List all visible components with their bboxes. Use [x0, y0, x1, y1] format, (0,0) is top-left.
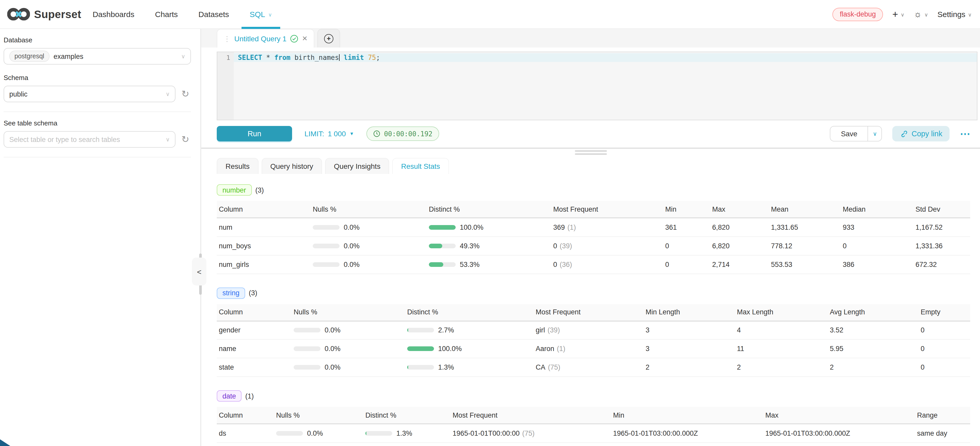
value-cell: 0: [916, 358, 970, 377]
percentage-value: 53.3%: [460, 260, 480, 268]
new-query-tab-button[interactable]: +: [317, 29, 340, 48]
navbar: Superset DashboardsChartsDatasetsSQL∨ fl…: [0, 0, 980, 29]
most-frequent-cell: 0(36): [549, 255, 661, 274]
table-row: num_boys0.0%49.3%0(39)06,820778.1201,331…: [217, 236, 970, 255]
value-cell: 0: [838, 236, 912, 255]
stats-section: string (3) ColumnNulls %Distinct %Most F…: [217, 287, 970, 377]
query-tab[interactable]: ⋮ Untitled Query 1 ✕: [217, 29, 314, 48]
limit-dropdown[interactable]: LIMIT: 1 000 ▼: [304, 129, 354, 138]
most-frequent-cell: CA(75): [531, 358, 641, 377]
tab-results[interactable]: Results: [217, 158, 258, 174]
tab-query-history[interactable]: Query history: [261, 158, 322, 174]
limit-label: LIMIT:: [304, 129, 324, 138]
value-cell: 553.53: [767, 255, 838, 274]
value-cell: 933: [838, 218, 912, 236]
result-tabs: ResultsQuery historyQuery InsightsResult…: [217, 158, 980, 174]
drag-handle-icon[interactable]: ⋮: [223, 34, 231, 43]
nav-item-sql[interactable]: SQL∨: [250, 0, 272, 29]
value-cell: 386: [838, 255, 912, 274]
save-button[interactable]: Save: [830, 126, 868, 141]
line-number: 1: [217, 53, 234, 62]
most-frequent-count: (39): [560, 242, 572, 250]
percentage-value: 0.0%: [325, 327, 340, 334]
progress-fill: [429, 225, 456, 230]
percentage-cell: 0.0%: [309, 236, 425, 255]
most-frequent-count: (39): [547, 327, 560, 334]
column-header: Distinct %: [361, 407, 449, 424]
close-tab-icon[interactable]: ✕: [302, 35, 307, 42]
stats-table: ColumnNulls %Distinct %Most FrequentMinM…: [217, 201, 970, 274]
settings-menu[interactable]: Settings ∨: [937, 10, 972, 19]
refresh-tables-icon[interactable]: ↻: [180, 134, 191, 145]
more-options-icon[interactable]: ⋯: [960, 129, 970, 139]
percentage-cell: 0.0%: [309, 218, 425, 236]
editor-code-area[interactable]: SELECT * from birth_names limit 75;: [234, 52, 977, 120]
percentage-value: 2.7%: [438, 327, 454, 334]
column-header: Max: [708, 201, 767, 218]
column-header: Nulls %: [309, 201, 425, 218]
percentage-cell: 1.3%: [403, 358, 531, 377]
collapse-sidebar-button[interactable]: <: [192, 258, 207, 285]
plus-icon: +: [892, 9, 898, 19]
run-query-button[interactable]: Run: [217, 126, 292, 142]
schema-value: public: [9, 90, 28, 98]
type-badge-string: string: [217, 287, 245, 299]
nav-item-charts[interactable]: Charts: [155, 0, 178, 29]
column-header: Max: [761, 407, 913, 424]
query-tab-title: Untitled Query 1: [234, 34, 286, 43]
column-header: Nulls %: [272, 407, 361, 424]
nav-item-dashboards[interactable]: Dashboards: [92, 0, 134, 29]
sql-editor[interactable]: 1 SELECT * from birth_names limit 75;: [217, 52, 977, 120]
superset-logo[interactable]: Superset: [7, 7, 81, 21]
sqllab-sidebar: Database postgresql examples ∨ Schema pu…: [0, 29, 201, 446]
chevron-down-icon: ∨: [268, 12, 272, 18]
most-frequent-cell: Aaron(1): [531, 339, 641, 358]
percentage-value: 49.3%: [460, 242, 480, 250]
most-frequent-value: girl: [536, 327, 545, 334]
resize-grip[interactable]: [201, 150, 980, 155]
percentage-value: 0.0%: [325, 363, 340, 371]
progress-bar: 100.0%: [429, 223, 484, 231]
table-select[interactable]: Select table or type to search tables ∨: [3, 131, 175, 148]
link-icon: [900, 130, 907, 138]
table-header-row: ColumnNulls %Distinct %Most FrequentMin …: [217, 304, 970, 321]
most-frequent-cell: 0(39): [549, 236, 661, 255]
progress-track: [313, 262, 340, 267]
query-tab-bar: ⋮ Untitled Query 1 ✕ +: [201, 29, 980, 48]
environment-badge: flask-debug: [833, 8, 883, 21]
percentage-cell: 0.0%: [290, 358, 403, 377]
most-frequent-value: 0: [553, 242, 557, 250]
nav-item-datasets[interactable]: Datasets: [199, 0, 229, 29]
navbar-right: flask-debug + ∨ ☼ ∨ Settings ∨: [833, 8, 972, 21]
percentage-value: 0.0%: [344, 260, 360, 268]
editor-gutter: 1: [217, 52, 234, 120]
chevron-down-icon: ∨: [968, 12, 972, 18]
most-frequent-value: 369: [553, 223, 565, 231]
column-header: Most Frequent: [549, 201, 661, 218]
refresh-schemas-icon[interactable]: ↻: [180, 88, 191, 100]
limit-value: 1 000: [328, 129, 346, 138]
column-name-cell: num: [217, 218, 309, 236]
tab-result-stats[interactable]: Result Stats: [392, 158, 449, 174]
chevron-down-icon: ∨: [165, 136, 170, 143]
column-name-cell: num_boys: [217, 236, 309, 255]
table-row: ds0.0%1.3%1965-01-01T00:00:00(75)1965-01…: [217, 424, 970, 443]
chevron-down-icon: ∨: [165, 91, 170, 97]
value-cell: 3.52: [826, 321, 916, 339]
schema-select[interactable]: public ∨: [3, 86, 175, 102]
value-cell: 11: [733, 339, 826, 358]
column-header: Distinct %: [403, 304, 531, 321]
copy-link-button[interactable]: Copy link: [892, 126, 950, 142]
theme-toggle-button[interactable]: ☼ ∨: [914, 10, 928, 19]
value-cell: 0: [916, 321, 970, 339]
app-body: Database postgresql examples ∨ Schema pu…: [0, 29, 980, 446]
value-cell: 3: [641, 339, 733, 358]
save-split-button: Save ∨: [830, 126, 882, 142]
tab-query-insights[interactable]: Query Insights: [325, 158, 389, 174]
copy-link-label: Copy link: [912, 129, 942, 138]
progress-fill: [429, 262, 443, 267]
database-select[interactable]: postgresql examples ∨: [3, 48, 191, 65]
new-item-button[interactable]: + ∨: [892, 9, 904, 19]
sql-token: SELECT: [238, 54, 262, 61]
save-options-caret[interactable]: ∨: [868, 126, 882, 141]
